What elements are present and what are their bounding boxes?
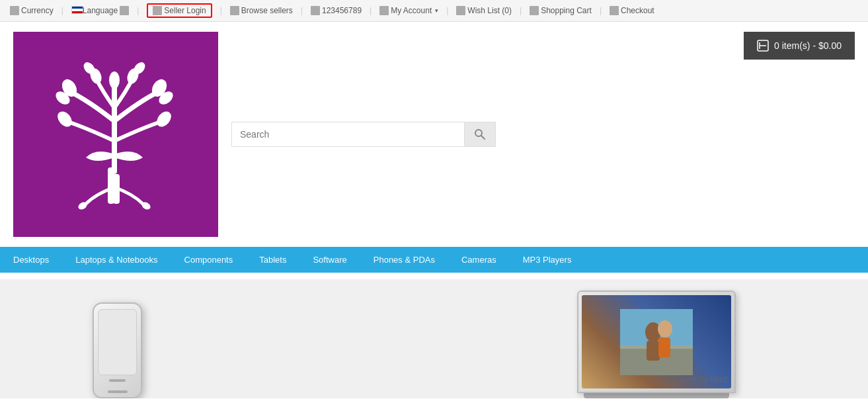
shopping-cart-icon xyxy=(530,6,539,15)
divider-8: | xyxy=(600,6,602,15)
browse-sellers-label: Browse sellers xyxy=(241,6,293,15)
svg-point-25 xyxy=(658,320,672,338)
phone-link[interactable]: 123456789 xyxy=(311,6,362,15)
cart-button[interactable]: 0 item(s) - $0.00 xyxy=(744,32,855,60)
nav-laptops[interactable]: Laptops & Notebooks xyxy=(62,247,171,273)
logo-box xyxy=(13,32,218,237)
logo-area xyxy=(13,32,218,237)
seller-login-label: Seller Login xyxy=(164,6,206,15)
language-icon xyxy=(71,6,81,15)
nav-tablets[interactable]: Tablets xyxy=(246,247,299,273)
banner-content: Explore by land. xyxy=(0,286,868,398)
my-account-label: My Account xyxy=(391,6,432,15)
svg-rect-2 xyxy=(112,81,117,174)
search-form xyxy=(231,122,496,147)
svg-rect-27 xyxy=(658,338,670,357)
svg-line-17 xyxy=(481,136,485,139)
cart-label: 0 item(s) - $0.00 xyxy=(774,40,842,51)
divider-1: | xyxy=(61,6,63,15)
nav-software[interactable]: Software xyxy=(299,247,360,273)
checkout-icon xyxy=(610,6,619,15)
language-link[interactable]: Language xyxy=(71,6,129,15)
nav-desktops[interactable]: Desktops xyxy=(0,247,62,273)
currency-icon xyxy=(10,6,19,15)
svg-point-7 xyxy=(55,109,75,129)
header: 0 item(s) - $0.00 xyxy=(0,22,868,247)
divider-4: | xyxy=(301,6,303,15)
nav-mp3[interactable]: MP3 Players xyxy=(510,247,585,273)
divider-5: | xyxy=(370,6,372,15)
flag-icon xyxy=(71,6,83,14)
currency-label: Currency xyxy=(21,6,54,15)
nav-components[interactable]: Components xyxy=(171,247,247,273)
phone-device xyxy=(93,302,142,398)
seller-login-icon xyxy=(153,6,162,15)
divider-6: | xyxy=(446,6,448,15)
search-input[interactable] xyxy=(231,122,464,147)
browse-sellers-link[interactable]: Browse sellers xyxy=(230,6,293,15)
phone-icon xyxy=(311,6,320,15)
divider-2: | xyxy=(137,6,139,15)
logo-tree-icon xyxy=(50,55,182,214)
wish-list-link[interactable]: Wish List (0) xyxy=(456,6,512,15)
top-bar: Currency | Language | Seller Login | Bro… xyxy=(0,0,868,22)
currency-link[interactable]: Currency xyxy=(10,6,54,15)
svg-point-13 xyxy=(109,71,120,89)
svg-rect-26 xyxy=(647,341,660,361)
cart-area: 0 item(s) - $0.00 xyxy=(744,32,855,60)
search-button[interactable] xyxy=(464,122,496,147)
wish-list-label: Wish List (0) xyxy=(467,6,512,15)
laptop-base xyxy=(584,393,729,398)
shopping-cart-label: Shopping Cart xyxy=(541,6,592,15)
banner-area: Explore by land. xyxy=(0,279,868,398)
language-qr-icon xyxy=(120,6,129,15)
checkout-label: Checkout xyxy=(621,6,654,15)
wish-list-icon xyxy=(456,6,465,15)
search-icon xyxy=(474,128,486,140)
divider-3: | xyxy=(220,6,222,15)
my-account-link[interactable]: My Account ▾ xyxy=(379,6,438,15)
account-dropdown-arrow: ▾ xyxy=(435,7,438,14)
search-area xyxy=(231,122,730,147)
cart-icon xyxy=(757,40,769,52)
nav-phones[interactable]: Phones & PDAs xyxy=(360,247,448,273)
seller-login-link[interactable]: Seller Login xyxy=(147,3,212,18)
checkout-link[interactable]: Checkout xyxy=(610,6,654,15)
svg-point-8 xyxy=(154,109,175,129)
account-icon xyxy=(379,6,389,15)
divider-7: | xyxy=(520,6,522,15)
banner-image xyxy=(620,309,693,375)
shopping-cart-link[interactable]: Shopping Cart xyxy=(530,6,592,15)
browse-sellers-icon xyxy=(230,6,239,15)
banner-text: Explore by land. xyxy=(668,374,729,384)
nav-bar: Desktops Laptops & Notebooks Components … xyxy=(0,247,868,273)
nav-cameras[interactable]: Cameras xyxy=(448,247,510,273)
language-label: Language xyxy=(83,6,118,15)
phone-label: 123456789 xyxy=(322,6,362,15)
